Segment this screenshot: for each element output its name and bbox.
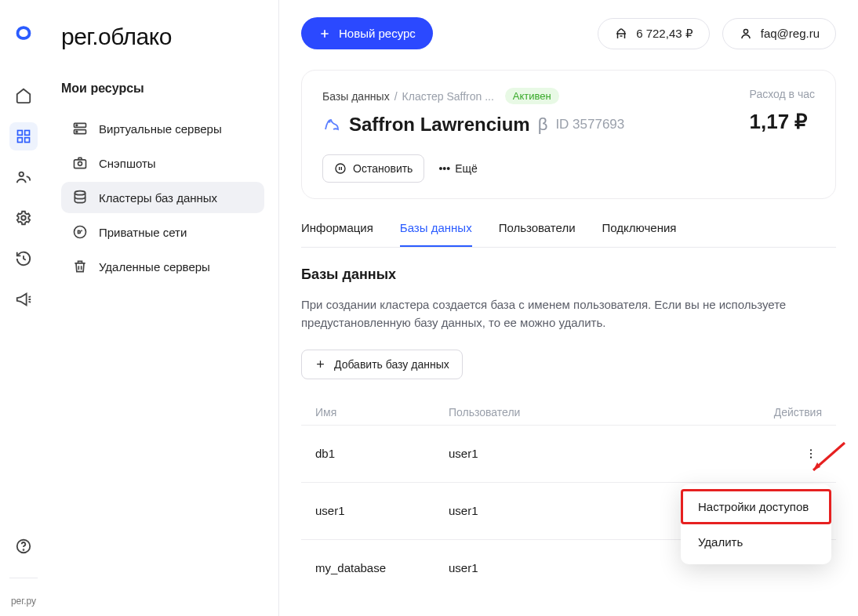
brand-footer[interactable]: рег.ру bbox=[11, 596, 36, 607]
help-icon[interactable] bbox=[9, 532, 38, 560]
svg-point-10 bbox=[76, 125, 78, 126]
table-row: db1 user1 bbox=[301, 425, 836, 482]
beta-badge: β bbox=[538, 114, 548, 135]
row-actions-menu: Настройки доступов Удалить bbox=[681, 484, 831, 564]
resource-card: Базы данных / Кластер Saffron ... Активе… bbox=[301, 70, 836, 199]
resources-icon[interactable] bbox=[9, 122, 38, 150]
svg-point-16 bbox=[743, 29, 747, 33]
tab-users[interactable]: Пользователи bbox=[499, 221, 576, 247]
home-icon[interactable] bbox=[9, 82, 38, 110]
svg-point-5 bbox=[21, 216, 26, 220]
sidebar-item-vms[interactable]: Виртуальные серверы bbox=[61, 113, 264, 144]
menu-access-settings[interactable]: Настройки доступов bbox=[681, 489, 831, 524]
svg-rect-2 bbox=[18, 138, 23, 143]
rate-value: 1,17 ₽ bbox=[750, 110, 815, 134]
balance-value: 6 722,43 ₽ bbox=[636, 27, 693, 41]
tabs: Информация Базы данных Пользователи Подк… bbox=[301, 221, 836, 248]
sidebar-item-label: Снэпшоты bbox=[99, 157, 156, 170]
plus-icon bbox=[318, 27, 331, 40]
sidebar-item-deleted[interactable]: Удаленные серверы bbox=[61, 251, 264, 282]
svg-point-18 bbox=[336, 164, 345, 173]
add-database-button[interactable]: Добавить базу данных bbox=[301, 350, 463, 379]
cell-name: db1 bbox=[315, 447, 449, 460]
stop-label: Остановить bbox=[353, 162, 413, 175]
stop-button[interactable]: Остановить bbox=[322, 154, 424, 183]
svg-point-21 bbox=[810, 456, 812, 458]
history-icon[interactable] bbox=[9, 245, 38, 273]
add-label: Добавить базу данных bbox=[334, 358, 449, 371]
svg-point-4 bbox=[20, 172, 24, 177]
pause-icon bbox=[334, 162, 347, 175]
camera-icon bbox=[72, 155, 88, 171]
table-header: Имя Пользователи Действия bbox=[301, 400, 836, 425]
settings-icon[interactable] bbox=[9, 204, 38, 232]
topbar: Новый ресурс 6 722,43 ₽ faq@reg.ru bbox=[301, 17, 836, 49]
svg-point-11 bbox=[76, 131, 78, 132]
sidebar-item-label: Кластеры баз данных bbox=[99, 191, 217, 205]
svg-point-19 bbox=[810, 449, 812, 451]
cell-name: user1 bbox=[315, 504, 449, 517]
section-hint: При создании кластера создается база с и… bbox=[301, 295, 834, 332]
breadcrumb: Базы данных / Кластер Saffron ... Активе… bbox=[322, 88, 815, 104]
new-resource-button[interactable]: Новый ресурс bbox=[301, 17, 433, 49]
account-label: faq@reg.ru bbox=[761, 27, 820, 40]
cluster-id: ID 3577693 bbox=[555, 117, 624, 132]
section-heading: Базы данных bbox=[301, 266, 836, 283]
sidebar-item-networks[interactable]: Приватные сети bbox=[61, 216, 264, 248]
crumb-current: Кластер Saffron ... bbox=[402, 90, 494, 103]
svg-point-13 bbox=[78, 161, 82, 165]
tab-info[interactable]: Информация bbox=[301, 221, 373, 247]
new-resource-label: Новый ресурс bbox=[339, 27, 416, 40]
svg-point-20 bbox=[810, 452, 812, 454]
col-users: Пользователи bbox=[449, 406, 751, 419]
svg-point-14 bbox=[75, 191, 85, 195]
balance-pill[interactable]: 6 722,43 ₽ bbox=[598, 18, 710, 49]
svg-point-17 bbox=[329, 121, 330, 122]
account-pill[interactable]: faq@reg.ru bbox=[722, 18, 836, 49]
dots-icon: ••• bbox=[438, 162, 450, 175]
plus-icon bbox=[314, 358, 326, 370]
more-label: Ещё bbox=[455, 162, 478, 175]
row-actions-button[interactable] bbox=[800, 443, 822, 465]
menu-delete[interactable]: Удалить bbox=[681, 524, 831, 560]
crumb-root[interactable]: Базы данных bbox=[322, 90, 390, 103]
tab-connections[interactable]: Подключения bbox=[602, 221, 677, 247]
sidebar: рег.облако Мои ресурсы Виртуальные серве… bbox=[47, 0, 279, 616]
more-button[interactable]: ••• Ещё bbox=[438, 162, 477, 175]
cell-name: my_database bbox=[315, 561, 449, 574]
cell-users: user1 bbox=[449, 447, 751, 460]
svg-rect-12 bbox=[75, 160, 86, 168]
sidebar-item-label: Удаленные серверы bbox=[99, 260, 210, 274]
icon-rail: рег.ру bbox=[0, 0, 47, 616]
users-icon[interactable] bbox=[9, 163, 38, 191]
cluster-title: Saffron Lawrencium bbox=[349, 114, 530, 136]
rate-block: Расход в час 1,17 ₽ bbox=[750, 88, 815, 134]
sidebar-item-label: Приватные сети bbox=[99, 226, 187, 239]
svg-rect-0 bbox=[18, 131, 23, 136]
sidebar-item-db-clusters[interactable]: Кластеры баз данных bbox=[61, 182, 264, 213]
svg-point-7 bbox=[24, 549, 24, 550]
col-name: Имя bbox=[315, 406, 449, 419]
server-icon bbox=[72, 121, 88, 136]
wallet-icon bbox=[614, 27, 628, 41]
status-badge: Активен bbox=[505, 88, 559, 104]
user-icon bbox=[739, 27, 753, 41]
mysql-icon bbox=[322, 115, 341, 134]
brand-title: рег.облако bbox=[61, 24, 264, 50]
trash-icon bbox=[72, 259, 88, 274]
col-actions: Действия bbox=[751, 406, 822, 419]
tab-databases[interactable]: Базы данных bbox=[400, 221, 472, 247]
svg-rect-3 bbox=[25, 138, 30, 143]
logo-icon[interactable] bbox=[9, 17, 38, 45]
database-icon bbox=[72, 190, 88, 205]
sidebar-item-snapshots[interactable]: Снэпшоты bbox=[61, 147, 264, 179]
sidebar-item-label: Виртуальные серверы bbox=[99, 122, 222, 136]
network-icon bbox=[72, 224, 88, 240]
svg-rect-1 bbox=[25, 131, 30, 136]
rate-label: Расход в час bbox=[750, 88, 815, 100]
sidebar-section-title: Мои ресурсы bbox=[61, 82, 264, 96]
announce-icon[interactable] bbox=[9, 285, 38, 313]
